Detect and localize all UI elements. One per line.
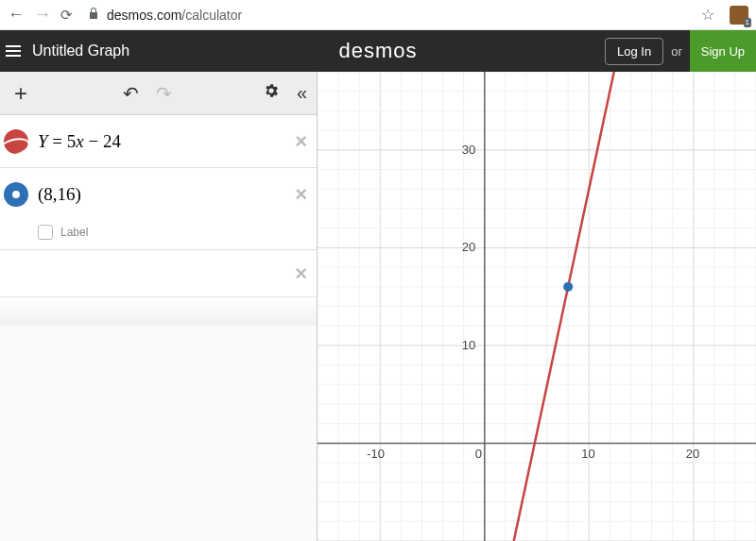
- line-color-icon[interactable]: [4, 129, 28, 154]
- svg-text:0: 0: [475, 447, 482, 461]
- expression-row[interactable]: (8,16) ×: [0, 168, 317, 221]
- forward-button[interactable]: →: [34, 5, 51, 25]
- signup-button[interactable]: Sign Up: [690, 30, 756, 72]
- add-expression-button[interactable]: +: [9, 80, 32, 107]
- browser-toolbar: ← → ⟳ desmos.com/calculator ☆ 1: [0, 0, 756, 30]
- expression-list: Y = 5x − 24 × (8,16) × Label . ×: [0, 115, 317, 541]
- extension-icon[interactable]: 1: [730, 6, 748, 25]
- expression-panel: + ↶ ↷ « Y = 5x − 24 × (8,16) ×: [0, 72, 318, 541]
- settings-gear-icon[interactable]: [263, 82, 280, 104]
- label-text: Label: [60, 226, 88, 239]
- desmos-logo: desmos: [338, 39, 417, 63]
- label-checkbox[interactable]: [38, 225, 53, 240]
- expression-text[interactable]: (8,16): [38, 184, 291, 205]
- hamburger-menu-icon[interactable]: [0, 30, 26, 72]
- svg-text:20: 20: [462, 240, 475, 254]
- expression-text[interactable]: Y = 5x − 24: [38, 131, 291, 152]
- undo-button[interactable]: ↶: [123, 82, 139, 105]
- svg-text:30: 30: [462, 143, 475, 157]
- svg-text:-10: -10: [367, 447, 385, 461]
- graph-svg: -1001020102030: [318, 72, 756, 541]
- app-header: Untitled Graph desmos Log In or Sign Up: [0, 30, 756, 72]
- back-button[interactable]: ←: [8, 5, 25, 25]
- address-bar[interactable]: desmos.com/calculator: [88, 7, 692, 23]
- delete-expression-icon[interactable]: ×: [291, 129, 311, 154]
- expression-row[interactable]: Y = 5x − 24 ×: [0, 115, 317, 168]
- delete-expression-icon[interactable]: ×: [291, 262, 311, 286]
- lock-icon: [88, 7, 99, 23]
- delete-expression-icon[interactable]: ×: [291, 182, 311, 207]
- svg-point-57: [563, 282, 573, 292]
- bookmark-star-icon[interactable]: ☆: [701, 6, 714, 24]
- point-color-icon[interactable]: [4, 182, 28, 207]
- svg-text:20: 20: [686, 447, 699, 461]
- graph-title[interactable]: Untitled Graph: [32, 42, 129, 59]
- expression-toolbar: + ↶ ↷ «: [0, 72, 317, 115]
- svg-text:10: 10: [462, 338, 475, 352]
- collapse-panel-icon[interactable]: «: [297, 82, 307, 104]
- redo-button[interactable]: ↷: [156, 82, 172, 105]
- expression-row-empty[interactable]: . ×: [0, 250, 317, 297]
- or-text: or: [671, 44, 682, 59]
- label-option-row: Label: [0, 221, 317, 250]
- svg-text:10: 10: [581, 447, 594, 461]
- login-button[interactable]: Log In: [605, 38, 663, 65]
- graph-canvas[interactable]: -1001020102030: [318, 72, 756, 541]
- reload-button[interactable]: ⟳: [60, 7, 73, 24]
- url-text: desmos.com/calculator: [107, 8, 242, 23]
